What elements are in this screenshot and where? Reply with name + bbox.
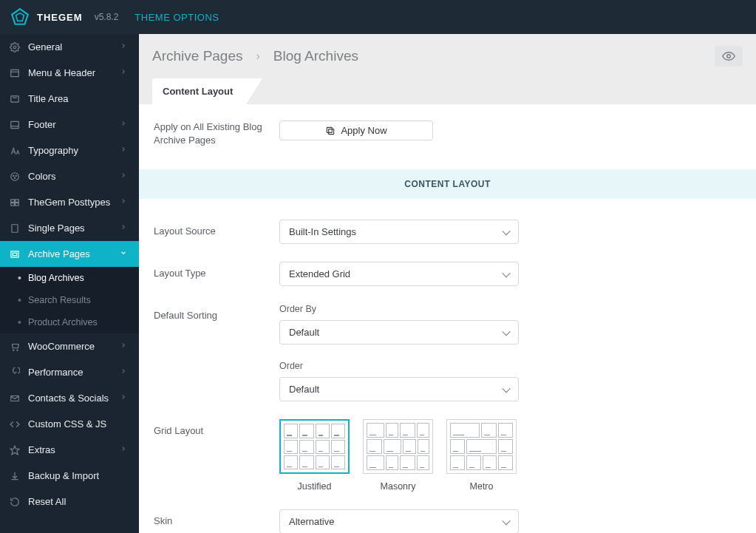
option-label-layout-type: Layout Type (154, 262, 279, 279)
main-panel: Archive Pages › Blog Archives Content La… (139, 34, 756, 533)
apply-now-button[interactable]: Apply Now (279, 120, 433, 140)
select-value: Alternative (289, 516, 334, 527)
breadcrumb-parent: Archive Pages (152, 48, 243, 64)
archive-icon (9, 248, 21, 260)
apply-now-label: Apply Now (341, 125, 386, 136)
select-value: Built-In Settings (289, 226, 356, 237)
sidebar-item-posttypes[interactable]: TheGem Posttypes (0, 189, 139, 215)
gear-icon (9, 41, 21, 53)
svg-point-21 (17, 350, 18, 350)
svg-point-10 (13, 175, 14, 176)
order-by-label: Order By (279, 304, 519, 314)
select-layout-source[interactable]: Built-In Settings (279, 220, 519, 244)
header-section-label[interactable]: THEME OPTIONS (134, 12, 219, 23)
svg-rect-5 (11, 95, 19, 101)
sidebar-item-woocommerce[interactable]: WooCommerce (0, 333, 139, 359)
chevron-right-icon (120, 68, 130, 78)
svg-rect-18 (11, 251, 19, 257)
chevron-right-icon (120, 197, 130, 208)
chevron-right-icon (120, 42, 130, 52)
sidebar-item-label: Archive Pages (28, 248, 120, 259)
layout-icon (9, 67, 21, 79)
sidebar-item-label: Backup & Import (28, 470, 130, 481)
subnav-item-product-archives[interactable]: Product Archives (0, 311, 139, 333)
chevron-right-icon (120, 367, 130, 378)
select-skin[interactable]: Alternative (279, 509, 519, 533)
sidebar-item-label: WooCommerce (28, 341, 120, 352)
sidebar-item-label: Single Pages (28, 223, 120, 234)
sidebar-item-archive-pages[interactable]: Archive Pages (0, 241, 139, 267)
tab-content-layout[interactable]: Content Layout (152, 78, 246, 104)
svg-rect-13 (11, 199, 15, 202)
layout-caption: Masonry (381, 481, 416, 492)
title-icon (9, 93, 21, 105)
subnav-item-blog-archives[interactable]: Blog Archives (0, 267, 139, 289)
sidebar-item-label: Menu & Header (28, 67, 120, 78)
mail-icon (9, 393, 21, 404)
sidebar-item-colors[interactable]: Colors (0, 163, 139, 189)
page-icon (9, 223, 21, 234)
select-layout-type[interactable]: Extended Grid (279, 262, 519, 286)
sidebar-item-extras[interactable]: Extras (0, 437, 139, 463)
chevron-right-icon (120, 445, 130, 455)
sidebar-item-single-pages[interactable]: Single Pages (0, 215, 139, 241)
sidebar-item-typography[interactable]: Typography (0, 138, 139, 163)
preview-button[interactable] (715, 46, 743, 67)
sidebar-item-label: Typography (28, 145, 120, 156)
tab-label: Content Layout (163, 86, 233, 97)
breadcrumb-current: Blog Archives (273, 48, 358, 64)
select-order[interactable]: Default (279, 377, 519, 401)
sidebar-item-general[interactable]: General (0, 34, 139, 60)
select-value: Default (289, 327, 319, 338)
svg-rect-17 (12, 224, 18, 232)
sidebar-item-label: Custom CSS & JS (28, 418, 130, 430)
top-bar: THEGEM v5.8.2 THEME OPTIONS (0, 0, 756, 34)
content-area: Apply on All Existing Blog Archive Pages… (139, 104, 756, 533)
subnav-item-label: Search Results (28, 295, 91, 305)
sidebar-item-performance[interactable]: Performance (0, 359, 139, 385)
breadcrumb: Archive Pages › Blog Archives (152, 48, 715, 64)
sidebar-item-footer[interactable]: Footer (0, 112, 139, 138)
svg-rect-16 (16, 203, 19, 206)
sidebar-item-label: Contacts & Socials (28, 393, 120, 404)
download-icon (9, 470, 21, 482)
chevron-right-icon (120, 223, 130, 234)
subnav-item-search-results[interactable]: Search Results (0, 289, 139, 311)
sidebar-subnav: Blog Archives Search Results Product Arc… (0, 267, 139, 333)
sidebar-item-backup-import[interactable]: Backup & Import (0, 463, 139, 489)
code-icon (9, 418, 21, 430)
svg-point-20 (13, 350, 14, 350)
star-icon (9, 444, 21, 456)
sidebar-item-label: Performance (28, 367, 120, 378)
subnav-item-label: Blog Archives (28, 273, 84, 283)
grid-layout-option-metro[interactable]: Metro (446, 419, 517, 492)
grid-layout-option-justified[interactable]: Justified (279, 419, 350, 492)
sidebar-item-reset-all[interactable]: Reset All (0, 489, 139, 515)
grid-layout-option-masonry[interactable]: Masonry (363, 419, 433, 492)
sidebar-item-title-area[interactable]: Title Area (0, 86, 139, 112)
svg-marker-1 (16, 13, 24, 21)
sidebar-item-menu-header[interactable]: Menu & Header (0, 60, 139, 86)
svg-point-9 (11, 172, 19, 180)
svg-rect-27 (327, 127, 333, 132)
chevron-right-icon (120, 393, 130, 404)
chevron-right-icon (120, 342, 130, 352)
apply-label: Apply on All Existing Blog Archive Pages (154, 120, 279, 147)
sidebar-item-label: Footer (28, 119, 120, 130)
sidebar-item-label: General (28, 41, 120, 52)
brand-version: v5.8.2 (95, 12, 119, 22)
brand: THEGEM v5.8.2 (10, 7, 118, 27)
sidebar-item-contacts-socials[interactable]: Contacts & Socials (0, 385, 139, 411)
chevron-right-icon (120, 146, 130, 156)
chevron-right-icon (120, 172, 130, 182)
option-label-skin: Skin (154, 509, 279, 526)
select-order-by[interactable]: Default (279, 320, 519, 344)
sidebar-item-label: Title Area (28, 93, 130, 104)
svg-rect-19 (13, 253, 17, 256)
cart-icon (9, 341, 21, 353)
reset-icon (9, 496, 21, 508)
sidebar-item-custom-css-js[interactable]: Custom CSS & JS (0, 411, 139, 437)
select-value: Default (289, 384, 319, 395)
svg-rect-7 (11, 121, 19, 128)
svg-point-12 (14, 177, 15, 178)
